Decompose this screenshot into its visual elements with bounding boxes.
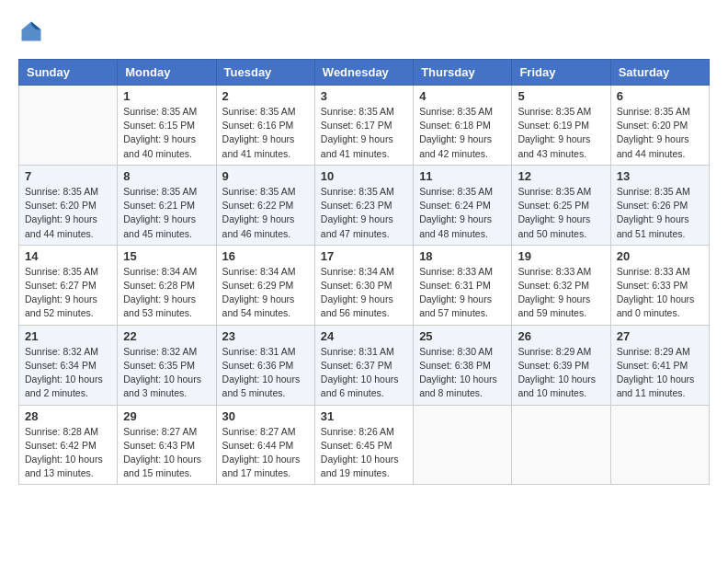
calendar-table: SundayMondayTuesdayWednesdayThursdayFrid… — [18, 59, 710, 485]
day-info: Sunrise: 8:35 AMSunset: 6:19 PMDaylight:… — [518, 105, 604, 161]
day-info: Sunrise: 8:34 AMSunset: 6:30 PMDaylight:… — [321, 265, 407, 321]
calendar-cell: 22Sunrise: 8:32 AMSunset: 6:35 PMDayligh… — [118, 325, 216, 405]
day-number: 6 — [617, 89, 703, 103]
calendar-header-friday: Friday — [512, 60, 610, 86]
calendar-cell — [512, 405, 610, 485]
day-number: 31 — [321, 409, 407, 423]
logo — [18, 18, 48, 44]
day-number: 13 — [617, 169, 703, 183]
calendar-cell: 17Sunrise: 8:34 AMSunset: 6:30 PMDayligh… — [314, 245, 413, 325]
logo-icon — [18, 18, 44, 44]
calendar-cell — [19, 86, 118, 166]
day-info: Sunrise: 8:35 AMSunset: 6:15 PMDaylight:… — [123, 105, 210, 161]
calendar-cell: 14Sunrise: 8:35 AMSunset: 6:27 PMDayligh… — [19, 245, 118, 325]
day-info: Sunrise: 8:35 AMSunset: 6:23 PMDaylight:… — [321, 185, 407, 241]
calendar-cell: 18Sunrise: 8:33 AMSunset: 6:31 PMDayligh… — [414, 245, 512, 325]
day-number: 3 — [321, 89, 407, 103]
day-number: 9 — [222, 169, 309, 183]
day-number: 1 — [123, 89, 210, 103]
calendar-cell: 11Sunrise: 8:35 AMSunset: 6:24 PMDayligh… — [414, 165, 512, 245]
calendar-cell: 26Sunrise: 8:29 AMSunset: 6:39 PMDayligh… — [512, 325, 610, 405]
calendar-header-sunday: Sunday — [19, 60, 118, 86]
day-info: Sunrise: 8:32 AMSunset: 6:34 PMDaylight:… — [25, 345, 111, 401]
day-info: Sunrise: 8:27 AMSunset: 6:44 PMDaylight:… — [222, 425, 309, 481]
day-number: 30 — [222, 409, 309, 423]
calendar-cell: 27Sunrise: 8:29 AMSunset: 6:41 PMDayligh… — [610, 325, 709, 405]
calendar-cell: 10Sunrise: 8:35 AMSunset: 6:23 PMDayligh… — [314, 165, 413, 245]
day-number: 23 — [222, 329, 309, 343]
calendar-cell: 8Sunrise: 8:35 AMSunset: 6:21 PMDaylight… — [118, 165, 216, 245]
calendar-cell: 7Sunrise: 8:35 AMSunset: 6:20 PMDaylight… — [19, 165, 118, 245]
calendar-cell: 24Sunrise: 8:31 AMSunset: 6:37 PMDayligh… — [314, 325, 413, 405]
day-number: 24 — [321, 329, 407, 343]
day-info: Sunrise: 8:34 AMSunset: 6:28 PMDaylight:… — [123, 265, 210, 321]
calendar-cell: 20Sunrise: 8:33 AMSunset: 6:33 PMDayligh… — [610, 245, 709, 325]
day-info: Sunrise: 8:27 AMSunset: 6:43 PMDaylight:… — [123, 425, 210, 481]
calendar-cell: 6Sunrise: 8:35 AMSunset: 6:20 PMDaylight… — [610, 86, 709, 166]
day-number: 15 — [123, 249, 210, 263]
calendar-week-row: 14Sunrise: 8:35 AMSunset: 6:27 PMDayligh… — [19, 245, 710, 325]
day-number: 14 — [25, 249, 111, 263]
day-number: 12 — [518, 169, 604, 183]
calendar-cell: 28Sunrise: 8:28 AMSunset: 6:42 PMDayligh… — [19, 405, 118, 485]
day-info: Sunrise: 8:29 AMSunset: 6:41 PMDaylight:… — [617, 345, 703, 401]
page-header — [18, 18, 710, 44]
calendar-week-row: 1Sunrise: 8:35 AMSunset: 6:15 PMDaylight… — [19, 86, 710, 166]
day-info: Sunrise: 8:35 AMSunset: 6:16 PMDaylight:… — [222, 105, 309, 161]
calendar-week-row: 28Sunrise: 8:28 AMSunset: 6:42 PMDayligh… — [19, 405, 710, 485]
day-number: 20 — [617, 249, 703, 263]
day-number: 26 — [518, 329, 604, 343]
day-number: 8 — [123, 169, 210, 183]
calendar-header-thursday: Thursday — [414, 60, 512, 86]
day-number: 21 — [25, 329, 111, 343]
calendar-cell: 31Sunrise: 8:26 AMSunset: 6:45 PMDayligh… — [314, 405, 413, 485]
calendar-cell — [414, 405, 512, 485]
calendar-cell: 19Sunrise: 8:33 AMSunset: 6:32 PMDayligh… — [512, 245, 610, 325]
day-number: 19 — [518, 249, 604, 263]
day-info: Sunrise: 8:35 AMSunset: 6:21 PMDaylight:… — [123, 185, 210, 241]
calendar-cell: 21Sunrise: 8:32 AMSunset: 6:34 PMDayligh… — [19, 325, 118, 405]
day-info: Sunrise: 8:33 AMSunset: 6:32 PMDaylight:… — [518, 265, 604, 321]
day-number: 29 — [123, 409, 210, 423]
day-number: 17 — [321, 249, 407, 263]
calendar-cell: 30Sunrise: 8:27 AMSunset: 6:44 PMDayligh… — [216, 405, 314, 485]
day-number: 18 — [419, 249, 506, 263]
calendar-header-row: SundayMondayTuesdayWednesdayThursdayFrid… — [19, 60, 710, 86]
day-info: Sunrise: 8:28 AMSunset: 6:42 PMDaylight:… — [25, 425, 111, 481]
day-number: 28 — [25, 409, 111, 423]
day-info: Sunrise: 8:35 AMSunset: 6:20 PMDaylight:… — [25, 185, 111, 241]
calendar-cell: 2Sunrise: 8:35 AMSunset: 6:16 PMDaylight… — [216, 86, 314, 166]
calendar-cell: 5Sunrise: 8:35 AMSunset: 6:19 PMDaylight… — [512, 86, 610, 166]
calendar-cell: 4Sunrise: 8:35 AMSunset: 6:18 PMDaylight… — [414, 86, 512, 166]
day-info: Sunrise: 8:35 AMSunset: 6:20 PMDaylight:… — [617, 105, 703, 161]
calendar-cell: 13Sunrise: 8:35 AMSunset: 6:26 PMDayligh… — [610, 165, 709, 245]
calendar-cell — [610, 405, 709, 485]
day-number: 10 — [321, 169, 407, 183]
day-info: Sunrise: 8:35 AMSunset: 6:26 PMDaylight:… — [617, 185, 703, 241]
day-info: Sunrise: 8:29 AMSunset: 6:39 PMDaylight:… — [518, 345, 604, 401]
day-info: Sunrise: 8:32 AMSunset: 6:35 PMDaylight:… — [123, 345, 210, 401]
day-info: Sunrise: 8:35 AMSunset: 6:27 PMDaylight:… — [25, 265, 111, 321]
day-info: Sunrise: 8:31 AMSunset: 6:37 PMDaylight:… — [321, 345, 407, 401]
day-info: Sunrise: 8:35 AMSunset: 6:17 PMDaylight:… — [321, 105, 407, 161]
day-number: 22 — [123, 329, 210, 343]
day-info: Sunrise: 8:35 AMSunset: 6:24 PMDaylight:… — [419, 185, 506, 241]
calendar-week-row: 21Sunrise: 8:32 AMSunset: 6:34 PMDayligh… — [19, 325, 710, 405]
day-info: Sunrise: 8:31 AMSunset: 6:36 PMDaylight:… — [222, 345, 309, 401]
day-info: Sunrise: 8:35 AMSunset: 6:18 PMDaylight:… — [419, 105, 506, 161]
calendar-week-row: 7Sunrise: 8:35 AMSunset: 6:20 PMDaylight… — [19, 165, 710, 245]
calendar-header-saturday: Saturday — [610, 60, 709, 86]
calendar-cell: 29Sunrise: 8:27 AMSunset: 6:43 PMDayligh… — [118, 405, 216, 485]
calendar-cell: 9Sunrise: 8:35 AMSunset: 6:22 PMDaylight… — [216, 165, 314, 245]
calendar-header-tuesday: Tuesday — [216, 60, 314, 86]
day-number: 25 — [419, 329, 506, 343]
day-number: 27 — [617, 329, 703, 343]
calendar-cell: 15Sunrise: 8:34 AMSunset: 6:28 PMDayligh… — [118, 245, 216, 325]
day-info: Sunrise: 8:33 AMSunset: 6:33 PMDaylight:… — [617, 265, 703, 321]
calendar-cell: 12Sunrise: 8:35 AMSunset: 6:25 PMDayligh… — [512, 165, 610, 245]
calendar-cell: 23Sunrise: 8:31 AMSunset: 6:36 PMDayligh… — [216, 325, 314, 405]
day-number: 2 — [222, 89, 309, 103]
day-info: Sunrise: 8:35 AMSunset: 6:22 PMDaylight:… — [222, 185, 309, 241]
calendar-cell: 1Sunrise: 8:35 AMSunset: 6:15 PMDaylight… — [118, 86, 216, 166]
calendar-header-wednesday: Wednesday — [314, 60, 413, 86]
